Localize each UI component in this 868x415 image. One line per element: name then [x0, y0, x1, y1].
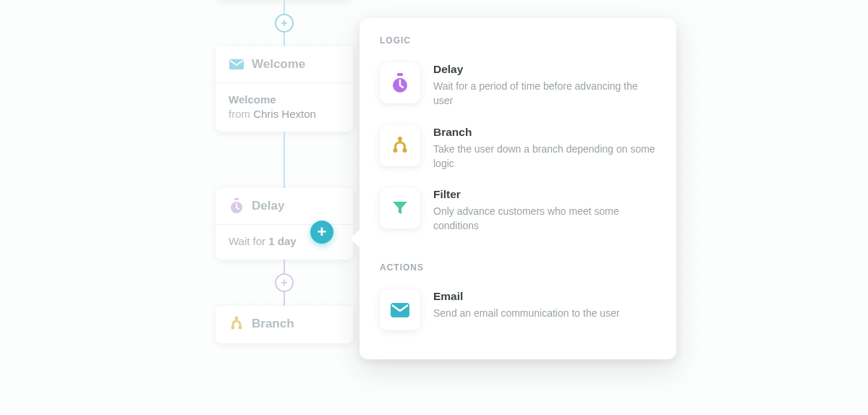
add-node-button[interactable] [275, 14, 294, 33]
option-filter[interactable]: Filter Only advance customers who meet s… [380, 181, 656, 244]
card-header: Welcome [216, 46, 353, 83]
card-title: Delay [252, 199, 284, 213]
workflow-canvas: Welcome Welcome from Chris Hexton Delay [0, 0, 868, 415]
from-prefix: from [229, 108, 253, 120]
option-name: Email [433, 290, 656, 303]
add-node-fab-active[interactable] [310, 221, 333, 244]
mail-icon [229, 56, 244, 72]
option-name: Branch [433, 126, 656, 139]
branch-icon [390, 136, 410, 156]
svg-rect-1 [234, 198, 239, 200]
svg-point-3 [231, 326, 235, 330]
section-label-logic: LOGIC [380, 35, 656, 46]
option-desc: Send an email communication to the user [433, 306, 656, 320]
card-body-label: Welcome [229, 93, 340, 106]
card-from-line: from Chris Hexton [229, 108, 340, 120]
option-text: Email Send an email communication to the… [433, 290, 656, 330]
svg-rect-6 [397, 73, 403, 76]
option-desc: Take the user down a branch depending on… [433, 142, 656, 171]
option-email[interactable]: Email Send an email communication to the… [380, 283, 656, 341]
flow-card-delay[interactable]: Delay Wait for 1 day [216, 188, 353, 260]
option-text: Filter Only advance customers who meet s… [433, 188, 656, 234]
option-text: Delay Wait for a period of time before a… [433, 63, 656, 108]
flow-card-welcome[interactable]: Welcome Welcome from Chris Hexton [216, 46, 353, 132]
card-title: Welcome [252, 57, 305, 72]
option-tile [380, 188, 420, 228]
card-title: Branch [252, 317, 294, 331]
flow-card-branch[interactable]: Branch [216, 306, 353, 343]
add-node-popover: LOGIC Delay Wait for a period of time be… [359, 18, 676, 359]
wait-prefix: Wait for [229, 235, 268, 247]
option-name: Filter [433, 188, 656, 201]
option-desc: Only advance customers who meet some con… [433, 204, 656, 234]
option-tile [380, 63, 420, 103]
svg-point-4 [239, 326, 242, 330]
option-desc: Wait for a period of time before advanci… [433, 79, 656, 108]
option-branch[interactable]: Branch Take the user down a branch depen… [380, 119, 656, 181]
option-name: Delay [433, 63, 656, 76]
option-tile [380, 290, 420, 330]
from-name: Chris Hexton [253, 108, 316, 120]
connector-line [284, 132, 285, 188]
wait-value: 1 day [268, 235, 296, 247]
option-text: Branch Take the user down a branch depen… [433, 126, 656, 171]
option-tile [380, 126, 420, 166]
funnel-icon [391, 199, 409, 218]
svg-point-10 [398, 137, 402, 141]
mail-icon [390, 302, 410, 318]
flow-column: Welcome Welcome from Chris Hexton Delay [216, 0, 353, 343]
option-delay[interactable]: Delay Wait for a period of time before a… [380, 56, 656, 119]
svg-point-5 [235, 317, 239, 320]
svg-point-8 [393, 148, 398, 153]
stopwatch-icon [391, 73, 409, 93]
add-node-button[interactable] [275, 273, 294, 292]
card-header: Branch [216, 306, 353, 342]
section-label-actions: ACTIONS [380, 262, 656, 273]
svg-point-9 [403, 148, 407, 153]
wait-text: Wait for 1 day [229, 235, 297, 247]
stopwatch-icon [229, 198, 244, 214]
card-body: Welcome from Chris Hexton [216, 83, 353, 132]
branch-icon [229, 316, 244, 332]
card-header: Delay [216, 188, 353, 225]
